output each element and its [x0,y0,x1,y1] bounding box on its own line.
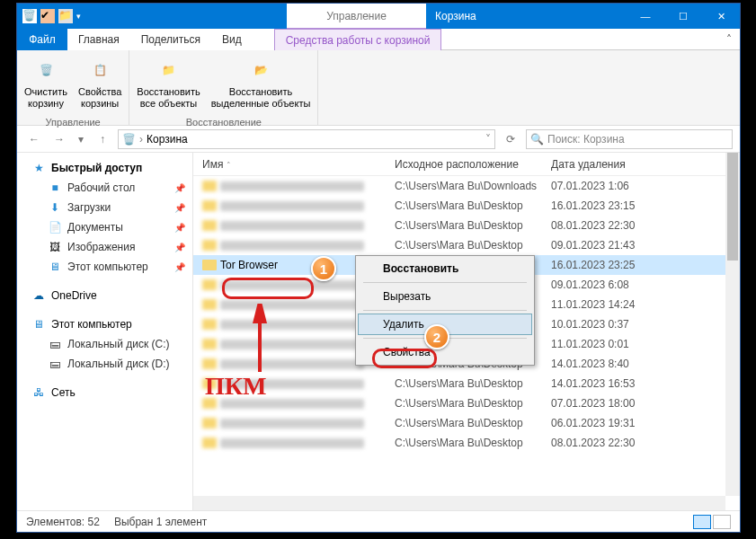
nav-documents[interactable]: 📄Документы📌 [17,217,192,237]
status-item-count: Элементов: 52 [26,516,100,528]
file-date: 07.01.2023 18:00 [551,397,740,410]
pin-icon: 📌 [174,183,185,193]
nav-drive-d[interactable]: 🖴Локальный диск (D:) [17,354,192,374]
file-location: C:\Users\Mara Bu\Desktop [395,199,551,212]
tab-view[interactable]: Вид [211,29,253,50]
table-row[interactable]: C:\Users\Mara Bu\Desktop14.01.2023 16:53 [193,374,740,393]
search-placeholder: Поиск: Корзина [547,133,625,146]
file-date: 11.01.2023 14:24 [551,298,740,311]
up-button[interactable]: ↑ [93,129,112,149]
ribbon: 🗑️ Очистить корзину 📋 Свойства корзины У… [17,50,740,126]
file-location: C:\Users\Mara Bu\Desktop [395,397,551,410]
ctx-properties[interactable]: Свойства [358,341,532,363]
desktop-icon: ■ [48,181,62,195]
table-row[interactable]: C:\Users\Mara Bu\Desktop07.01.2023 18:00 [193,393,740,413]
drive-icon: 🖴 [48,337,62,351]
chevron-down-icon[interactable]: ˅ [485,133,491,146]
folder-icon [202,240,217,251]
table-row[interactable]: C:\Users\Mara Bu\Desktop09.01.2023 21:43 [193,235,740,255]
file-location: C:\Users\Mara Bu\Desktop [395,377,551,390]
ctx-delete[interactable]: Удалить [358,314,532,335]
trash-icon: 🗑️ [31,56,60,84]
breadcrumb[interactable]: Корзина [147,133,188,146]
folder-icon [202,437,217,448]
file-date: 08.01.2023 22:30 [551,437,740,449]
file-name: Tor Browser [220,259,278,271]
star-icon: ★ [31,161,46,175]
restore-all-button[interactable]: 📁 Восстановить все объекты [133,54,203,111]
nav-this-pc[interactable]: 🖥Этот компьютер [17,314,192,334]
maximize-button[interactable] [664,4,702,29]
sort-asc-icon: ˄ [227,161,231,170]
file-date: 16.01.2023 23:15 [551,199,740,212]
col-name[interactable]: Имя˄ [193,158,395,171]
recycle-bin-icon: 🗑️ [22,9,37,23]
refresh-button[interactable]: ⟳ [501,129,520,149]
folder-icon [202,398,217,409]
col-location[interactable]: Исходное расположение [395,158,551,171]
nav-onedrive[interactable]: ☁OneDrive [17,286,192,305]
details-view-button[interactable] [693,515,711,529]
restore-all-icon: 📁 [155,56,183,84]
tab-home[interactable]: Главная [67,29,130,50]
computer-icon: 🖥 [31,317,46,331]
table-row[interactable]: C:\Users\Mara Bu\Desktop16.01.2023 23:15 [193,196,740,216]
table-row[interactable]: C:\Users\Mara Bu\Desktop08.01.2023 22:30 [193,433,740,453]
ribbon-group-manage: 🗑️ Очистить корзину 📋 Свойства корзины У… [17,50,129,125]
folder-icon [202,181,217,191]
vertical-scrollbar[interactable] [725,153,740,496]
file-date: 09.01.2023 6:08 [551,278,740,291]
ribbon-collapse-icon[interactable]: ˄ [718,29,740,50]
qat-dropdown-icon[interactable]: ▾ [76,12,81,21]
nav-network[interactable]: 🖧Сеть [17,383,192,402]
large-icons-view-button[interactable] [713,515,731,529]
nav-pictures[interactable]: 🖼Изображения📌 [17,237,192,257]
file-location: C:\Users\Mara Bu\Desktop [395,417,551,429]
scroll-thumb[interactable] [727,153,738,261]
qat-icon[interactable]: ✔ [40,9,55,23]
history-dropdown-icon[interactable]: ▾ [75,129,87,149]
nav-desktop[interactable]: ■Рабочий стол📌 [17,178,192,198]
table-row[interactable]: C:\Users\Mara Bu\Desktop08.01.2023 22:30 [193,216,740,235]
forward-button[interactable]: → [49,129,69,149]
qat-icon[interactable]: 📁 [58,9,73,23]
ribbon-tabs: Файл Главная Поделиться Вид Средства раб… [17,29,740,50]
file-date: 16.01.2023 23:25 [551,259,740,271]
status-selected: Выбран 1 элемент [114,516,207,528]
folder-icon [202,220,217,231]
col-date[interactable]: Дата удаления [551,158,740,171]
folder-icon [202,279,217,290]
close-button[interactable] [702,4,740,29]
file-date: 08.01.2023 22:30 [551,219,740,232]
recycle-bin-icon: 🗑️ [122,133,136,146]
nav-this-pc-pin[interactable]: 🖥Этот компьютер📌 [17,257,192,277]
restore-selected-icon: 📂 [246,56,275,84]
table-row[interactable]: C:\Users\Mara Bu\Desktop06.01.2023 19:31 [193,413,740,433]
window-title-blank [86,4,287,29]
tab-recycle-tools[interactable]: Средства работы с корзиной [274,29,442,50]
back-button[interactable]: ← [24,129,44,149]
empty-bin-button[interactable]: 🗑️ Очистить корзину [21,54,71,111]
bin-properties-button[interactable]: 📋 Свойства корзины [75,54,125,111]
folder-icon [202,260,217,270]
folder-icon [202,358,217,369]
nav-drive-c[interactable]: 🖴Локальный диск (C:) [17,334,192,354]
tab-share[interactable]: Поделиться [130,29,211,50]
folder-icon [202,378,217,389]
nav-downloads[interactable]: ⬇Загрузки📌 [17,198,192,217]
horizontal-scrollbar[interactable] [193,496,725,510]
address-field[interactable]: 🗑️ › Корзина ˅ [118,129,495,149]
pictures-icon: 🖼 [48,240,62,254]
search-input[interactable]: 🔍 Поиск: Корзина [526,129,733,149]
file-location: C:\Users\Mara Bu\Downloads [395,180,551,192]
nav-quick-access[interactable]: ★ Быстрый доступ [17,158,192,178]
address-bar: ← → ▾ ↑ 🗑️ › Корзина ˅ ⟳ 🔍 Поиск: Корзин… [17,126,740,153]
file-location: C:\Users\Mara Bu\Desktop [395,437,551,449]
table-row[interactable]: C:\Users\Mara Bu\Downloads07.01.2023 1:0… [193,176,740,196]
file-date: 06.01.2023 19:31 [551,417,740,429]
minimize-button[interactable] [627,4,664,29]
ctx-restore[interactable]: Восстановить [358,258,532,279]
file-tab[interactable]: Файл [17,29,67,50]
ctx-cut[interactable]: Вырезать [358,286,532,307]
restore-selected-button[interactable]: 📂 Восстановить выделенные объекты [208,54,315,111]
